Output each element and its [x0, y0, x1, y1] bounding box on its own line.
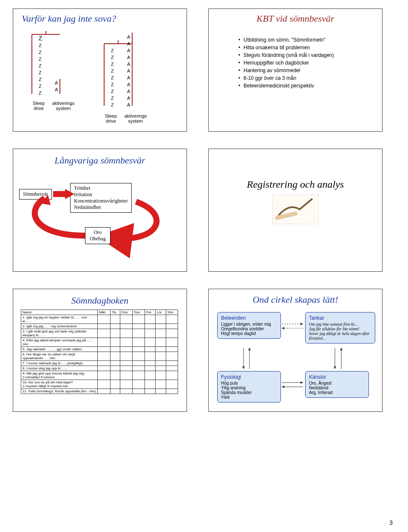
table-row: 4. Efter jag släckt lampan somnade jag p… [21, 338, 178, 347]
svg-text:A: A [127, 82, 130, 87]
bullet: Utbildning om sömn, "Sömnformeln" [238, 37, 374, 43]
slide-title: Sömndagboken [21, 295, 179, 306]
svg-text:Z: Z [39, 70, 42, 75]
svg-text:Z: Z [111, 55, 114, 60]
tankar-box: Tankar Om jag inte somnat före kl… Jag f… [305, 312, 375, 343]
svg-text:A: A [127, 41, 130, 46]
slide-5: Sömndagboken Namn Mån Tis Ons Tors Fre L… [13, 289, 187, 412]
bullet: Beteendemedicinskt perspektiv [238, 83, 374, 89]
oro-box: Oro Obehag [85, 227, 110, 244]
box-body: Om jag inte somnat före kl… Jag får alld… [309, 322, 371, 341]
svg-text:A: A [127, 89, 130, 94]
svg-text:Z: Z [111, 62, 114, 67]
svg-text:Z: Z [111, 96, 114, 101]
za-group-left: ZZZ ZZZ ZZZ AA Sleep drive aktiverings s… [30, 30, 77, 124]
table-row: 3. I går kväll gick jag och lade mig (sl… [21, 329, 178, 338]
slide-title: Ond cirkel skapas lätt! [214, 294, 377, 305]
table-row: 7. I morse vaknade jag kl……(slutgiltigt) [21, 361, 178, 366]
svg-text:A: A [127, 62, 130, 67]
box-title: Känslor [309, 374, 365, 380]
table-row: 8. I morse steg jag upp kl…… [21, 366, 178, 371]
slide-6: Ond cirkel skapas lätt! Beteenden [208, 289, 382, 412]
za-group-right: ZZZ ZZZ ZZZ AAA AAA AAA AA Sleep drive a… [102, 30, 149, 124]
kanslor-box: Känslor Oro, Ångest Nedstämd Arg, Irrite… [305, 371, 369, 398]
svg-text:Z: Z [111, 48, 114, 53]
table-row: 6. Hur länge var du vaken vid varje uppv… [21, 352, 178, 361]
svg-text:Z: Z [39, 35, 42, 42]
activation-system-label: aktiverings system [123, 113, 148, 124]
cycle-arrow [19, 172, 181, 265]
bullet: Stegvis förändring (små mål i vardagen) [238, 52, 374, 58]
th: Lör [156, 310, 166, 315]
svg-text:Z: Z [39, 90, 42, 96]
svg-text:A: A [127, 96, 130, 101]
slide-title: Varför kan jag inte sova? [22, 13, 178, 24]
svg-text:Z: Z [111, 102, 114, 107]
svg-text:Z: Z [39, 56, 42, 62]
activation-system-label: aktiverings system [51, 101, 76, 111]
table-row: 10. Hur sov du på det hela taget? 1=myck… [21, 380, 178, 389]
sleep-drive-label: Sleep drive [102, 113, 119, 124]
za-bracket-svg: ZZZ ZZZ ZZZ AA [30, 30, 77, 98]
svg-text:Z: Z [39, 84, 42, 89]
slide-3: Långvariga sömnbesvär Sömnbesvär Trötthe… [13, 149, 187, 272]
svg-text:Z: Z [111, 82, 114, 87]
th: Ons [120, 310, 132, 315]
table-row: 9. När jag gick upp imorse kände jag mig… [21, 371, 178, 380]
svg-text:A: A [127, 68, 130, 73]
sleep-drive-label: Sleep drive [30, 101, 47, 111]
table-row: 1. Igår tog jag en tupplur mellan kl…… o… [21, 315, 178, 324]
svg-text:A: A [55, 80, 58, 85]
th: Mån [98, 310, 110, 315]
th: Namn [21, 310, 98, 315]
th: Tors [132, 310, 144, 315]
slide-title: KBT vid sömnbesvär [217, 13, 374, 24]
bullet: Hemuppgifter och dagböcker [238, 60, 374, 66]
slide-title: Långvariga sömnbesvär [19, 155, 181, 166]
bullet-list: Utbildning om sömn, "Sömnformeln" Hitta … [217, 37, 374, 89]
svg-text:A: A [127, 75, 130, 80]
svg-text:A: A [127, 102, 130, 107]
bullet: Hitta orsakerna till problemen [238, 45, 374, 51]
svg-text:Z: Z [111, 68, 114, 73]
slide-4: Registrering och analys [208, 149, 382, 272]
box-body: Oro, Ångest Nedstämd Arg, Irriterad [309, 381, 365, 395]
box-title: Tankar [309, 315, 371, 321]
th: Tis [110, 310, 120, 315]
slide-title: Registrering och analys [217, 179, 374, 190]
th: Sön [166, 310, 178, 315]
table-row: 2. Igår tog jag ……mg sömnmedicin [21, 324, 178, 329]
svg-text:Z: Z [111, 89, 114, 94]
table-row: 5. Jag vaknade ………ggr under natten. [21, 347, 178, 352]
za-bracket-svg: ZZZ ZZZ ZZZ AAA AAA AAA AA [102, 30, 149, 111]
svg-text:A: A [127, 48, 130, 53]
writing-image-placeholder [272, 194, 319, 224]
svg-text:A: A [127, 55, 130, 60]
table-header-row: Namn Mån Tis Ons Tors Fre Lör Sön [21, 310, 178, 315]
svg-text:A: A [127, 34, 130, 39]
svg-text:Z: Z [39, 77, 42, 82]
slide-2: KBT vid sömnbesvär Utbildning om sömn, "… [208, 8, 382, 132]
sleep-diary-table: Namn Mån Tis Ons Tors Fre Lör Sön 1. Igå… [21, 310, 178, 394]
bullet: Hantering av sömnmedel [238, 68, 374, 73]
beteenden-box: Beteenden Ligger i sängen, vrider mig Or… [217, 312, 281, 339]
th: Fre [145, 310, 156, 315]
svg-text:Z: Z [39, 43, 42, 48]
svg-text:A: A [55, 87, 58, 92]
box-body: Ligger i sängen, vrider mig Oregelbundna… [221, 322, 277, 336]
box-title: Fysiologi [221, 374, 277, 380]
bullet: 6-10 ggr över ca 3 mån [238, 75, 374, 81]
fysiologi-box: Fysiologi Hög puls Ytlig andning Spända … [217, 371, 281, 403]
svg-text:Z: Z [111, 75, 114, 80]
table-row: 11. Total sömnlängd, försök uppskatta (t… [21, 389, 178, 394]
svg-text:Z: Z [39, 50, 42, 55]
svg-text:Z: Z [39, 63, 42, 68]
slide-1: Varför kan jag inte sova? ZZZ ZZZ ZZZ AA… [13, 8, 187, 132]
box-title: Beteenden [221, 315, 277, 321]
box-body: Hög puls Ytlig andning Spända muskler Vä… [221, 381, 277, 400]
